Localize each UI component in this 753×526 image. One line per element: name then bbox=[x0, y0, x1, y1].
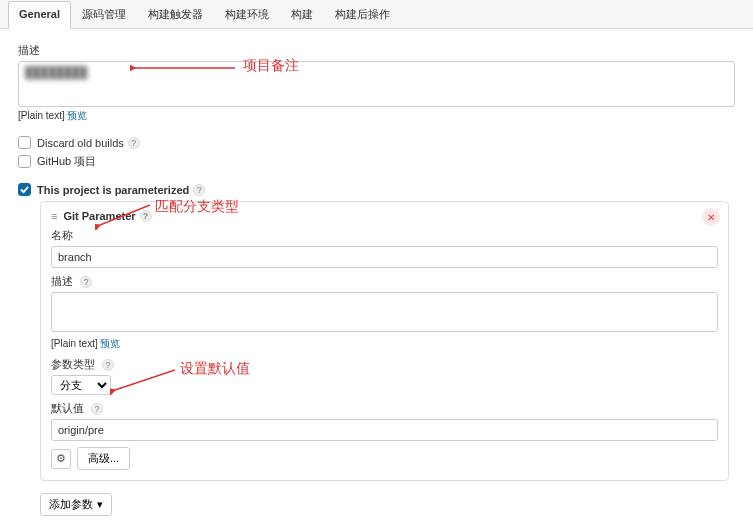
git-parameter-panel: ✕ ≡ Git Parameter ? 名称 描述 ? [Plain text]… bbox=[40, 201, 729, 481]
description-textarea[interactable]: ████████ bbox=[18, 61, 735, 107]
help-icon[interactable]: ? bbox=[128, 137, 140, 149]
help-icon[interactable]: ? bbox=[91, 403, 103, 415]
preview-link[interactable]: 预览 bbox=[67, 110, 87, 121]
label-parameterized: This project is parameterized bbox=[37, 184, 189, 196]
help-icon[interactable]: ? bbox=[140, 210, 152, 222]
gear-icon[interactable]: ⚙ bbox=[51, 449, 71, 469]
param-name-label: 名称 bbox=[51, 228, 718, 243]
preview-link[interactable]: 预览 bbox=[100, 338, 120, 349]
help-icon[interactable]: ? bbox=[102, 359, 114, 371]
checkbox-discard-old-builds[interactable] bbox=[18, 136, 31, 149]
tab-triggers[interactable]: 构建触发器 bbox=[137, 0, 214, 28]
checkbox-parameterized[interactable] bbox=[18, 183, 31, 196]
param-title: Git Parameter bbox=[63, 210, 135, 222]
tab-post[interactable]: 构建后操作 bbox=[324, 0, 401, 28]
param-desc-textarea[interactable] bbox=[51, 292, 718, 332]
param-name-input[interactable] bbox=[51, 246, 718, 268]
help-icon[interactable]: ? bbox=[193, 184, 205, 196]
param-default-input[interactable] bbox=[51, 419, 718, 441]
add-parameter-button[interactable]: 添加参数 ▾ bbox=[40, 493, 112, 516]
plain-text-label: [Plain text] bbox=[18, 110, 65, 121]
tab-scm[interactable]: 源码管理 bbox=[71, 0, 137, 28]
param-type-label: 参数类型 bbox=[51, 358, 95, 370]
tab-build[interactable]: 构建 bbox=[280, 0, 324, 28]
chevron-down-icon: ▾ bbox=[97, 498, 103, 511]
description-label: 描述 bbox=[18, 43, 735, 58]
param-default-label: 默认值 bbox=[51, 402, 84, 414]
param-type-select[interactable]: 分支 bbox=[51, 375, 111, 395]
tab-env[interactable]: 构建环境 bbox=[214, 0, 280, 28]
advanced-button[interactable]: 高级... bbox=[77, 447, 130, 470]
tab-general[interactable]: General bbox=[8, 1, 71, 29]
label-github-project: GitHub 项目 bbox=[37, 154, 96, 169]
drag-handle-icon[interactable]: ≡ bbox=[51, 210, 57, 222]
label-discard-old-builds: Discard old builds bbox=[37, 137, 124, 149]
plain-text-label: [Plain text] bbox=[51, 338, 98, 349]
param-desc-label: 描述 bbox=[51, 275, 73, 287]
remove-parameter-button[interactable]: ✕ bbox=[702, 208, 720, 226]
checkbox-github-project[interactable] bbox=[18, 155, 31, 168]
help-icon[interactable]: ? bbox=[80, 276, 92, 288]
config-tabs: General 源码管理 构建触发器 构建环境 构建 构建后操作 bbox=[0, 0, 753, 29]
